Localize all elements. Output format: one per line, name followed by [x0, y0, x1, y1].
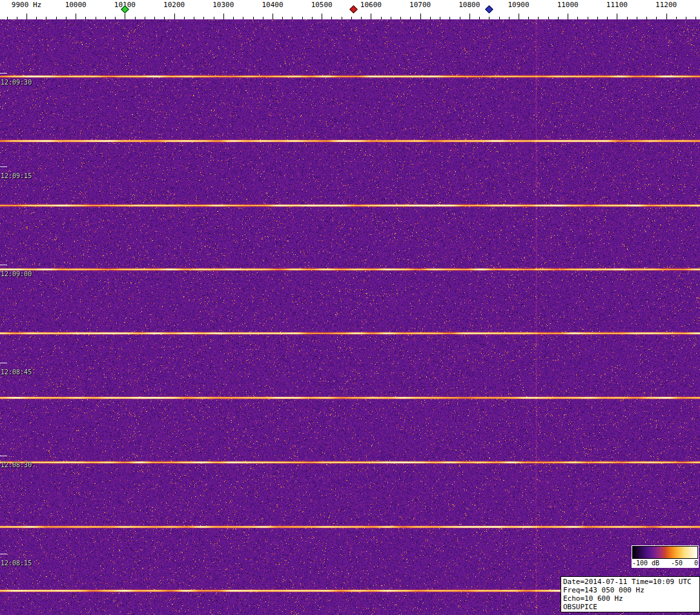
frequency-ruler: 9900 Hz100001010010200103001040010500106… [0, 0, 700, 19]
freq-major-tick [322, 14, 322, 19]
time-tick-label: 12:09:15 [1, 172, 32, 179]
blue-marker-diamond-icon[interactable] [485, 5, 493, 14]
info-station-line: OBSUPICE [563, 603, 697, 611]
time-tick-label: 12:08:45 [1, 368, 32, 376]
colorbar-labels: -100 dB -50 0 [632, 559, 698, 567]
freq-major-tick [371, 14, 371, 19]
spectrogram-waterfall-app: 9900 Hz100001010010200103001040010500106… [0, 0, 700, 615]
info-date-line: Date=2014-07-11 Time=10:09 UTC [563, 578, 697, 586]
freq-major-tick [76, 14, 76, 19]
freq-major-tick [666, 14, 667, 19]
freq-tick-label: 9900 Hz [12, 1, 41, 9]
info-freq-line: Freq=143 050 000 Hz [563, 586, 697, 594]
time-tick-label: 12:09:00 [1, 270, 32, 277]
freq-major-tick [519, 14, 519, 19]
freq-tick-label: 10300 [212, 1, 234, 9]
colorbar-min-label: -100 dB [632, 559, 659, 567]
waterfall-canvas[interactable] [0, 19, 700, 615]
freq-tick-label: 10700 [409, 1, 431, 9]
freq-tick-label: 11000 [557, 1, 579, 9]
info-box: Date=2014-07-11 Time=10:09 UTC Freq=143 … [561, 576, 700, 612]
freq-major-tick [273, 14, 273, 19]
time-tick-mark [0, 554, 7, 554]
freq-tick-label: 10900 [508, 1, 529, 9]
time-tick-label: 12:09:30 [1, 79, 32, 86]
freq-tick-label: 11100 [606, 1, 628, 9]
red-marker-diamond-icon[interactable] [349, 5, 358, 14]
time-tick-label: 12:08:30 [1, 461, 32, 469]
freq-tick-label: 10400 [262, 1, 283, 9]
colorbar-legend: -100 dB -50 0 [632, 545, 699, 568]
time-tick-mark [0, 73, 7, 74]
time-tick-mark [0, 456, 7, 456]
freq-major-tick [125, 14, 125, 19]
freq-major-tick [420, 14, 421, 19]
colorbar-max-label: 0 [694, 559, 698, 567]
freq-tick-label: 11200 [655, 1, 677, 9]
freq-tick-label: 10600 [360, 1, 382, 9]
time-tick-mark [0, 363, 7, 363]
freq-tick-label: 10000 [65, 1, 87, 9]
freq-major-tick [223, 14, 224, 19]
info-echo-line: Echo=10 600 Hz [563, 594, 697, 603]
freq-tick-label: 10800 [458, 1, 480, 9]
freq-major-tick [469, 14, 470, 19]
freq-tick-label: 10200 [163, 1, 185, 9]
freq-major-tick [617, 14, 617, 19]
time-tick-mark [0, 265, 7, 265]
colorbar-gradient [632, 546, 698, 559]
freq-major-tick [26, 14, 27, 19]
freq-tick-label: 10500 [311, 1, 333, 9]
freq-major-tick [568, 14, 568, 19]
time-tick-mark [0, 166, 7, 167]
spectrogram-area: 12:09:3012:09:1512:09:0012:08:4512:08:30… [0, 19, 700, 615]
time-tick-label: 12:08:15 [1, 560, 32, 567]
freq-major-tick [174, 14, 175, 19]
colorbar-mid-label: -50 [671, 559, 683, 567]
